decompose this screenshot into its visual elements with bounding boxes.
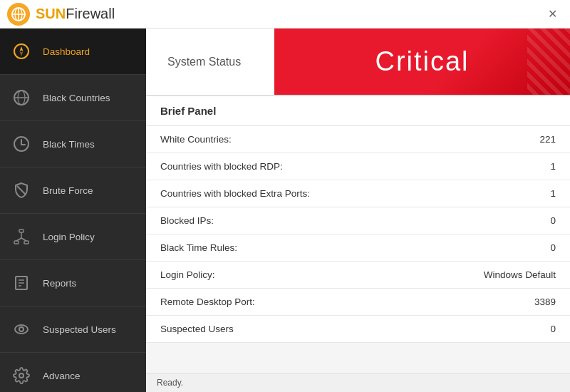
table-row: Suspected Users0	[146, 316, 570, 343]
sidebar-item-dashboard[interactable]: Dashboard	[0, 29, 146, 75]
gear-icon	[9, 363, 34, 388]
status-bar: Ready.	[146, 373, 570, 392]
sidebar-label-advance: Advance	[43, 371, 81, 381]
row-value: 0	[417, 316, 570, 343]
svg-point-26	[19, 373, 24, 378]
row-label: Login Policy:	[146, 262, 417, 289]
row-value: Windows Default	[417, 262, 570, 289]
table-row: Login Policy:Windows Default	[146, 262, 570, 289]
clock-icon	[9, 131, 34, 157]
sidebar-item-black-times[interactable]: Black Times	[0, 121, 146, 167]
svg-rect-14	[19, 229, 24, 232]
main-layout: Dashboard Black Countries Black Time	[0, 29, 570, 392]
sidebar-label-black-countries: Black Countries	[43, 93, 110, 103]
content-area: System Status Critical Brief Panel White…	[146, 29, 570, 392]
panel-title: Brief Panel	[146, 96, 570, 126]
app-title: SUNFirewall	[36, 6, 115, 22]
eye-icon	[9, 316, 34, 342]
svg-rect-15	[14, 241, 19, 244]
row-label: Suspected Users	[146, 316, 417, 343]
svg-marker-6	[20, 51, 24, 56]
sidebar-label-dashboard: Dashboard	[43, 46, 90, 57]
sidebar-item-advance[interactable]: Advance	[0, 353, 146, 392]
table-row: White Countries:221	[146, 126, 570, 153]
globe-icon	[9, 85, 34, 110]
row-label: Countries with blocked RDP:	[146, 153, 417, 180]
row-label: Blocked IPs:	[146, 207, 417, 234]
table-row: Blocked IPs:0	[146, 207, 570, 234]
app-logo	[7, 3, 30, 26]
row-value: 0	[417, 207, 570, 234]
svg-line-19	[21, 238, 26, 241]
sidebar-label-black-times: Black Times	[43, 139, 95, 150]
close-button[interactable]: ✕	[542, 4, 563, 24]
sidebar-item-black-countries[interactable]: Black Countries	[0, 75, 146, 121]
critical-banner: Critical	[274, 29, 570, 95]
row-label: White Countries:	[146, 126, 417, 153]
panel: Brief Panel White Countries:221Countries…	[146, 96, 570, 373]
sidebar-label-login-policy: Login Policy	[43, 232, 95, 242]
sidebar-item-brute-force[interactable]: Brute Force	[0, 167, 146, 214]
sidebar-label-suspected-users: Suspected Users	[43, 324, 116, 335]
svg-line-18	[16, 238, 21, 241]
svg-marker-5	[20, 46, 24, 51]
content-header: System Status Critical	[146, 29, 570, 96]
row-label: Remote Desktop Port:	[146, 289, 417, 316]
svg-point-24	[15, 325, 28, 334]
table-row: Black Time Rules:0	[146, 234, 570, 262]
sidebar-label-reports: Reports	[43, 278, 76, 289]
svg-line-13	[17, 186, 26, 195]
row-label: Countries with blocked Extra Ports:	[146, 180, 417, 207]
sidebar-label-brute-force: Brute Force	[43, 185, 93, 196]
row-value: 221	[417, 126, 570, 153]
compass-icon	[9, 38, 34, 64]
network-icon	[9, 224, 34, 249]
row-value: 1	[417, 180, 570, 207]
sidebar-item-suspected-users[interactable]: Suspected Users	[0, 306, 146, 353]
row-label: Black Time Rules:	[146, 234, 417, 262]
row-value: 0	[417, 234, 570, 262]
table-row: Remote Desktop Port:3389	[146, 289, 570, 316]
sidebar-item-reports[interactable]: Reports	[0, 260, 146, 306]
title-bar: SUNFirewall ✕	[0, 0, 570, 29]
panel-table: White Countries:221Countries with blocke…	[146, 126, 570, 343]
critical-label: Critical	[375, 46, 469, 77]
system-status-label: System Status	[167, 56, 241, 68]
svg-rect-16	[24, 241, 28, 244]
table-row: Countries with blocked RDP:1	[146, 153, 570, 180]
sidebar: Dashboard Black Countries Black Time	[0, 29, 146, 392]
shield-slash-icon	[9, 177, 34, 203]
table-row: Countries with blocked Extra Ports:1	[146, 180, 570, 207]
row-value: 1	[417, 153, 570, 180]
system-status-tab[interactable]: System Status	[146, 29, 274, 95]
row-value: 3389	[417, 289, 570, 316]
title-bar-left: SUNFirewall	[7, 3, 115, 26]
sidebar-item-login-policy[interactable]: Login Policy	[0, 214, 146, 260]
status-text: Ready.	[157, 378, 183, 388]
svg-point-25	[19, 327, 24, 331]
report-icon	[9, 270, 34, 296]
